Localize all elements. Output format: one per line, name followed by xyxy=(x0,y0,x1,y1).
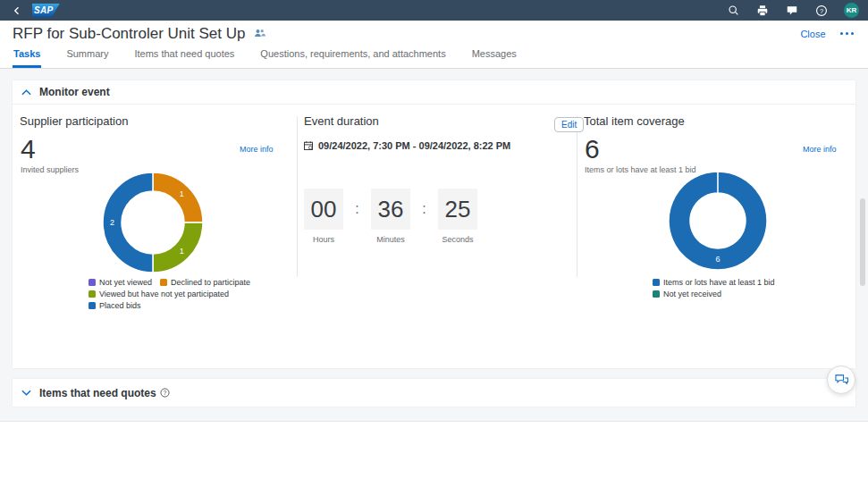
timer-minutes-value: 36 xyxy=(371,189,410,230)
messages-floating-button[interactable] xyxy=(827,365,855,394)
svg-text:2: 2 xyxy=(110,218,114,227)
monitor-event-title: Monitor event xyxy=(39,86,110,98)
items-with-bid-count: 6 xyxy=(585,136,600,163)
items-that-need-quotes-title: Items that need quotes xyxy=(39,387,156,399)
legend-label: Not yet received xyxy=(663,290,721,298)
top-navbar: SAP ? KR xyxy=(0,0,868,21)
legend-item: Declined to participate xyxy=(160,278,250,287)
search-icon[interactable] xyxy=(726,4,740,18)
supplier-participation-title: Supplier participation xyxy=(20,114,128,128)
legend-swatch xyxy=(653,290,660,298)
supplier-participation-donut-chart: 112 xyxy=(99,169,206,276)
legend-item: Not yet viewed xyxy=(88,278,152,287)
legend-swatch xyxy=(88,290,96,298)
chat-bubbles-icon xyxy=(834,374,849,387)
monitor-event-header[interactable]: Monitor event xyxy=(13,80,855,105)
timer-hours-label: Hours xyxy=(313,235,334,244)
event-duration-title: Event duration xyxy=(304,114,379,128)
tab-questions-requirements-attachments[interactable]: Questions, requirements, and attachments xyxy=(259,44,446,68)
close-button[interactable]: Close xyxy=(800,29,825,39)
back-icon[interactable] xyxy=(9,3,25,19)
page-header: RFP for Sub-Controler Unit Set Up Close xyxy=(0,21,868,46)
app-window: SAP ? KR RFP for Sub-Controler Unit Set … xyxy=(0,0,868,487)
timer-seconds-unit: 25 Seconds xyxy=(438,189,477,244)
total-item-coverage-title: Total item coverage xyxy=(584,114,685,128)
legend-item: Items or lots have at least 1 bid xyxy=(653,278,775,287)
timer-minutes-unit: 36 Minutes xyxy=(371,189,410,244)
legend-label: Placed bids xyxy=(99,301,141,310)
team-icon[interactable] xyxy=(254,28,265,39)
edit-button[interactable]: Edit xyxy=(554,117,584,132)
timer-separator: : xyxy=(410,189,438,230)
legend-label: Viewed but have not yet participated xyxy=(99,290,229,298)
svg-text:?: ? xyxy=(820,6,823,14)
legend-swatch xyxy=(653,279,660,286)
timer-seconds-value: 25 xyxy=(438,189,477,230)
tab-summary[interactable]: Summary xyxy=(65,44,109,68)
panel-divider xyxy=(297,116,298,277)
overflow-menu-icon[interactable] xyxy=(839,29,856,38)
svg-text:1: 1 xyxy=(180,247,184,256)
timer-hours-unit: 00 Hours xyxy=(304,189,343,244)
svg-text:6: 6 xyxy=(716,255,721,264)
page-background-lower xyxy=(0,421,868,487)
user-avatar[interactable]: KR xyxy=(844,3,859,18)
legend-item: Not yet received xyxy=(653,290,775,298)
svg-text:1: 1 xyxy=(180,189,184,198)
panel-divider xyxy=(577,116,577,277)
legend-swatch xyxy=(88,302,96,309)
total-item-coverage-donut-chart: 6 xyxy=(664,167,771,274)
tab-bar: Tasks Summary Items that need quotes Que… xyxy=(0,46,868,69)
feedback-icon[interactable] xyxy=(785,4,799,18)
invited-suppliers-label: Invited suppliers xyxy=(21,165,79,174)
timer-hours-value: 00 xyxy=(304,189,343,230)
sap-logo-text: SAP xyxy=(34,5,53,15)
question-mark-icon[interactable]: ? xyxy=(160,388,170,398)
supplier-more-info-link[interactable]: More info xyxy=(240,145,274,154)
timer-seconds-label: Seconds xyxy=(442,235,473,244)
legend-swatch xyxy=(160,279,167,286)
timer-minutes-label: Minutes xyxy=(376,235,405,244)
supplier-participation-legend: Not yet viewedDeclined to participateVie… xyxy=(88,278,272,310)
coverage-more-info-link[interactable]: More info xyxy=(803,145,837,154)
event-date-range: 09/24/2022, 7:30 PM - 09/24/2022, 8:22 P… xyxy=(318,140,510,151)
svg-text:?: ? xyxy=(163,390,166,396)
vertical-scrollbar-thumb[interactable] xyxy=(860,198,865,286)
chevron-down-icon xyxy=(21,390,31,396)
print-icon[interactable] xyxy=(755,4,770,18)
legend-item: Viewed but have not yet participated xyxy=(88,290,229,298)
calendar-icon xyxy=(303,140,314,151)
tab-items-that-need-quotes[interactable]: Items that need quotes xyxy=(133,44,235,68)
legend-item: Placed bids xyxy=(88,301,141,310)
monitor-event-section: Monitor event Supplier participation 4 I… xyxy=(13,80,855,368)
event-date-row: 09/24/2022, 7:30 PM - 09/24/2022, 8:22 P… xyxy=(303,140,510,151)
timer-separator: : xyxy=(343,189,371,230)
page-title: RFP for Sub-Controler Unit Set Up xyxy=(13,25,245,43)
tab-messages[interactable]: Messages xyxy=(471,44,518,68)
sap-logo[interactable]: SAP xyxy=(32,4,60,18)
legend-label: Items or lots have at least 1 bid xyxy=(663,278,775,287)
help-icon[interactable]: ? xyxy=(814,4,829,18)
navbar-actions: ? KR xyxy=(726,3,859,18)
legend-swatch xyxy=(88,279,96,286)
tab-tasks[interactable]: Tasks xyxy=(13,44,41,68)
items-that-need-quotes-header[interactable]: Items that need quotes ? xyxy=(13,379,855,407)
invited-suppliers-count: 4 xyxy=(21,136,36,163)
header-actions: Close xyxy=(800,29,855,39)
legend-label: Declined to participate xyxy=(171,278,250,287)
countdown-timer: 00 Hours : 36 Minutes : 25 Seconds xyxy=(304,189,477,244)
chevron-up-icon xyxy=(21,89,31,96)
total-item-coverage-legend: Items or lots have at least 1 bidNot yet… xyxy=(653,278,775,298)
legend-label: Not yet viewed xyxy=(99,278,152,287)
